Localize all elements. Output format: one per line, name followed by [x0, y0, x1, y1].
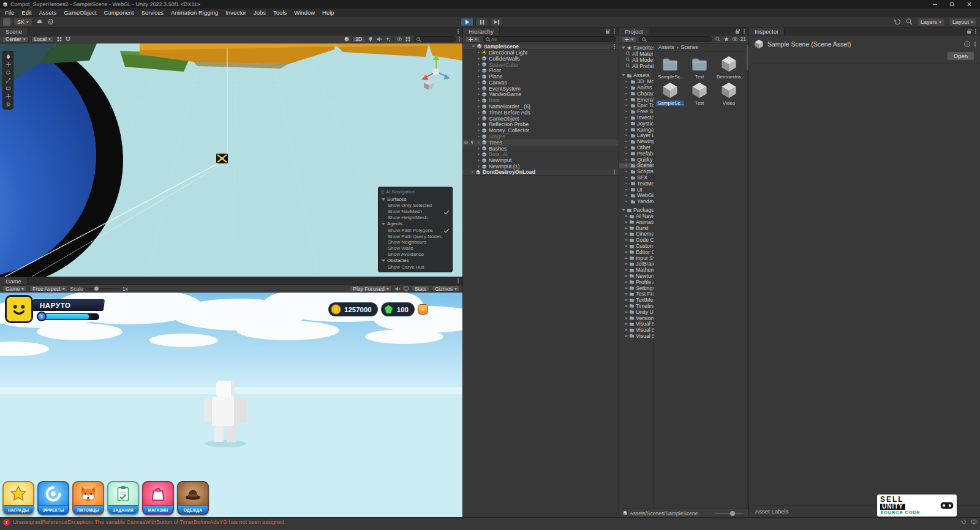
package-item[interactable]: Burst	[619, 225, 654, 231]
asset-grid-item[interactable]: Test	[685, 81, 714, 106]
expand-arrow-icon[interactable]	[478, 105, 480, 107]
package-item[interactable]: Settings Ma	[619, 285, 654, 291]
display-dropdown[interactable]: Game	[2, 285, 27, 292]
scene-lighting-icon[interactable]	[368, 36, 374, 42]
play-button[interactable]	[461, 18, 473, 26]
expand-arrow-icon[interactable]	[625, 239, 628, 241]
hierarchy-item[interactable]: Stages	[463, 133, 619, 140]
package-item[interactable]: Version Con	[619, 315, 654, 321]
console-error-message[interactable]: UnassignedReferenceException: The variab…	[13, 519, 286, 525]
expand-arrow-icon[interactable]	[625, 165, 627, 166]
favorite-search-item[interactable]: All Materials	[619, 51, 654, 57]
expand-arrow-icon[interactable]	[625, 221, 628, 223]
expand-arrow-icon[interactable]	[478, 70, 480, 72]
expand-arrow-icon[interactable]	[625, 251, 628, 253]
package-item[interactable]: JetBrains Ri	[619, 261, 654, 267]
hierarchy-item[interactable]: ColliderWalls	[463, 56, 619, 62]
scrollbar[interactable]	[747, 43, 748, 509]
grid-settings-icon[interactable]	[405, 36, 411, 42]
hierarchy-item[interactable]: Bots	[463, 97, 619, 103]
kebab-icon[interactable]	[744, 31, 745, 32]
package-item[interactable]: TextMeshPr	[619, 297, 654, 303]
expand-arrow-icon[interactable]	[625, 105, 627, 106]
package-item[interactable]: Custom NU	[619, 243, 654, 249]
project-folder-item[interactable]: Epic Toon F	[619, 103, 654, 109]
project-folder-item[interactable]: Anims	[619, 84, 654, 91]
hierarchy-item[interactable]: Money_Collector	[463, 127, 619, 133]
menu-item[interactable]: Tools	[270, 9, 290, 17]
scrollbar-thumb[interactable]	[747, 45, 748, 70]
asset-grid-item[interactable]: Test	[685, 54, 714, 80]
hierarchy-item[interactable]: Floor	[463, 67, 619, 73]
kebab-icon[interactable]	[459, 39, 460, 40]
expand-arrow-icon[interactable]	[478, 51, 480, 53]
aspect-dropdown[interactable]: Free Aspect	[29, 285, 67, 292]
layers-dropdown[interactable]: Layers	[917, 18, 945, 26]
help-icon[interactable]	[964, 41, 970, 47]
menu-item[interactable]: Help	[318, 9, 338, 17]
expand-arrow-icon[interactable]	[625, 111, 627, 113]
package-item[interactable]: Mathematic	[619, 267, 654, 273]
pivot-dropdown[interactable]: Center	[2, 36, 29, 43]
menu-item[interactable]: GameObject	[60, 9, 100, 17]
hierarchy-item[interactable]: Bots_AI	[463, 152, 619, 158]
menu-item[interactable]: Assets	[36, 9, 61, 17]
project-folder-item[interactable]: YandexGam	[619, 198, 654, 204]
nav-section-header[interactable]: Obstacles	[379, 257, 452, 264]
maximize-button[interactable]	[943, 0, 960, 9]
search-by-type-icon[interactable]	[715, 36, 721, 42]
pause-button[interactable]	[475, 18, 488, 26]
tab-inspector[interactable]: Inspector	[749, 28, 785, 35]
progress-activity-icon[interactable]	[961, 519, 967, 525]
kebab-icon[interactable]	[458, 280, 459, 282]
tab-hierarchy[interactable]: Hierarchy	[463, 28, 500, 35]
play-focused-dropdown[interactable]: Play Focused	[350, 285, 392, 292]
expand-arrow-icon[interactable]	[478, 165, 480, 167]
lock-icon[interactable]	[967, 31, 971, 34]
project-folder-item[interactable]: Prefabs	[619, 151, 654, 157]
hierarchy-item[interactable]: NameBorder_ (5)	[463, 103, 619, 110]
expand-arrow-icon[interactable]	[625, 245, 628, 247]
slider-thumb[interactable]	[730, 511, 735, 516]
nav-toggle-item[interactable]: Show Avoidance	[379, 252, 452, 258]
expand-arrow-icon[interactable]	[478, 100, 480, 102]
expand-arrow-icon[interactable]	[625, 233, 628, 235]
menu-item[interactable]: Edit	[18, 9, 35, 17]
package-item[interactable]: Visual Scrip	[619, 321, 654, 327]
expand-arrow-icon[interactable]	[625, 146, 627, 148]
scale-slider[interactable]	[86, 288, 120, 289]
project-folder-item[interactable]: Scripts	[619, 168, 654, 174]
expand-arrow-icon[interactable]	[625, 122, 627, 124]
kebab-icon[interactable]	[614, 31, 615, 32]
nav-toggle-item[interactable]: Show Neighbours	[379, 239, 452, 245]
kebab-icon[interactable]	[974, 43, 976, 45]
scene-audio-icon[interactable]	[376, 36, 382, 42]
lock-icon[interactable]	[736, 31, 739, 34]
hud-button[interactable]: ПИТОМЦЫ	[72, 481, 104, 515]
shading-mode-icon[interactable]	[344, 36, 350, 42]
undo-history-icon[interactable]	[894, 18, 902, 26]
account-dropdown[interactable]: SK	[13, 18, 32, 26]
hud-button[interactable]: МАГАЗИН	[142, 481, 174, 515]
expand-arrow-icon[interactable]	[625, 317, 628, 319]
expand-arrow-icon[interactable]	[625, 81, 627, 83]
hud-button[interactable]: НАГРАДЫ	[2, 481, 34, 515]
avatar[interactable]	[5, 295, 33, 323]
expand-arrow-icon[interactable]	[625, 293, 628, 295]
asset-grid-item[interactable]: SampleSc...	[656, 54, 684, 80]
kebab-icon[interactable]	[458, 31, 459, 32]
create-asset-button[interactable]	[622, 36, 636, 43]
project-folder-item[interactable]: Invector-3r	[619, 114, 654, 121]
expand-arrow-icon[interactable]	[625, 335, 628, 337]
minimize-button[interactable]	[926, 0, 943, 9]
expand-arrow-icon[interactable]	[625, 275, 628, 277]
assets-section[interactable]: Assets	[619, 72, 654, 78]
asset-grid-item[interactable]: Video	[715, 81, 743, 106]
expand-arrow-icon[interactable]	[625, 152, 627, 154]
custom-tool[interactable]	[4, 100, 12, 108]
expand-arrow-icon[interactable]	[478, 94, 480, 95]
rect-tool[interactable]	[4, 84, 12, 92]
eye-icon[interactable]	[464, 140, 469, 145]
expand-arrow-icon[interactable]	[478, 147, 480, 149]
package-item[interactable]: Timeline	[619, 303, 654, 309]
